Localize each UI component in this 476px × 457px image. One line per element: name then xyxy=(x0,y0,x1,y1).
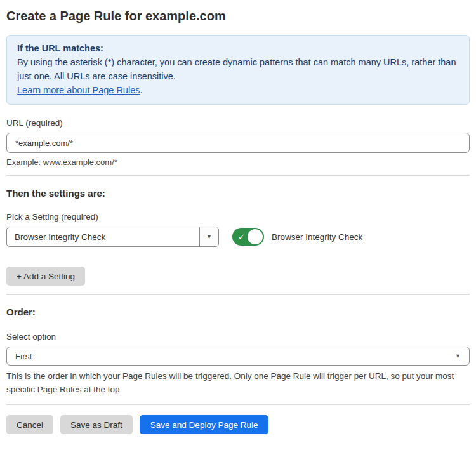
toggle-setting-label: Browser Integrity Check xyxy=(272,232,362,242)
setting-dropdown-value: Browser Integrity Check xyxy=(7,227,199,246)
footer-actions: Cancel Save as Draft Save and Deploy Pag… xyxy=(6,415,470,434)
divider xyxy=(6,404,470,405)
toggle-knob xyxy=(248,229,263,244)
url-label: URL (required) xyxy=(6,117,470,128)
add-setting-button[interactable]: + Add a Setting xyxy=(6,267,85,286)
info-box-heading: If the URL matches: xyxy=(17,41,459,55)
settings-section-heading: Then the settings are: xyxy=(6,187,470,199)
order-select[interactable]: First ▼ xyxy=(6,347,470,366)
cancel-button[interactable]: Cancel xyxy=(6,415,53,434)
select-option-label: Select option xyxy=(6,331,470,342)
setting-dropdown[interactable]: Browser Integrity Check ▼ xyxy=(6,227,219,247)
learn-more-link[interactable]: Learn more about Page Rules xyxy=(17,85,140,95)
setting-toggle-switch[interactable]: ✓ xyxy=(232,228,264,246)
save-as-draft-button[interactable]: Save as Draft xyxy=(60,415,133,434)
info-box-body: By using the asterisk (*) character, you… xyxy=(17,55,459,83)
chevron-down-icon: ▼ xyxy=(455,354,461,359)
divider xyxy=(6,175,470,176)
divider xyxy=(6,294,470,295)
url-input[interactable] xyxy=(6,133,470,153)
check-icon: ✓ xyxy=(238,233,245,241)
order-section-heading: Order: xyxy=(6,306,470,318)
order-description: This is the order in which your Page Rul… xyxy=(6,369,470,396)
link-suffix: . xyxy=(140,85,142,95)
create-page-rule-form: Create a Page Rule for example.com If th… xyxy=(0,8,476,434)
info-link-line: Learn more about Page Rules. xyxy=(17,83,459,97)
setting-row: Browser Integrity Check ▼ ✓ Browser Inte… xyxy=(6,227,470,247)
setting-dropdown-arrow-button[interactable]: ▼ xyxy=(199,227,218,246)
page-title: Create a Page Rule for example.com xyxy=(6,8,470,23)
save-and-deploy-button[interactable]: Save and Deploy Page Rule xyxy=(140,415,269,434)
url-match-info-box: If the URL matches: By using the asteris… xyxy=(6,35,470,105)
chevron-down-icon: ▼ xyxy=(206,234,212,240)
order-select-value: First xyxy=(15,352,32,361)
pick-setting-label: Pick a Setting (required) xyxy=(6,211,470,222)
url-helper-text: Example: www.example.com/* xyxy=(6,157,470,167)
